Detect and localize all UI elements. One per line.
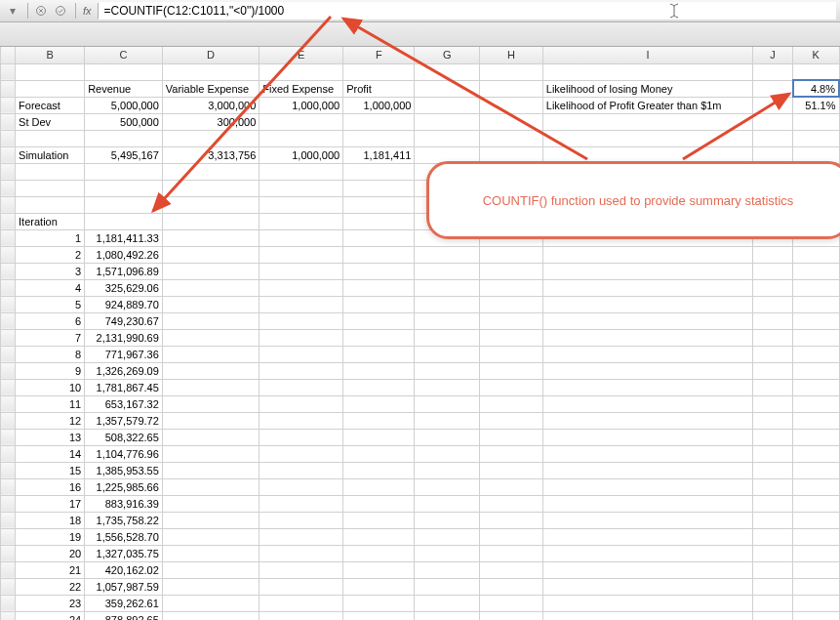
cell[interactable]: 8 xyxy=(16,346,85,362)
col-header[interactable]: K xyxy=(793,47,839,63)
cell[interactable]: 1,181,411 xyxy=(343,146,415,163)
cell[interactable]: Revenue xyxy=(85,80,163,97)
cell[interactable]: 12 xyxy=(16,412,85,429)
cell[interactable]: 325,629.06 xyxy=(85,279,163,296)
cell[interactable]: 51.1% xyxy=(793,97,839,113)
cell[interactable]: 771,967.36 xyxy=(85,346,163,362)
fx-label[interactable]: fx xyxy=(80,3,99,19)
divider xyxy=(75,3,76,19)
col-header[interactable]: D xyxy=(162,47,260,63)
cell[interactable]: 5,495,167 xyxy=(85,146,163,163)
cell[interactable]: Profit xyxy=(343,80,415,97)
iteration-row: 24878,892.65 xyxy=(1,611,840,620)
iteration-row: 151,385,953.55 xyxy=(1,462,840,478)
cell[interactable]: 1,000,000 xyxy=(260,146,343,163)
cell[interactable]: Iteration xyxy=(16,213,85,229)
cell[interactable]: 6 xyxy=(16,312,85,329)
cell[interactable]: 3,313,756 xyxy=(162,146,260,163)
cell[interactable]: 13 xyxy=(16,429,85,445)
cell[interactable]: 4 xyxy=(16,279,85,296)
cell[interactable]: 1,357,579.72 xyxy=(85,412,163,429)
cell[interactable]: 1,000,000 xyxy=(260,97,343,113)
col-header[interactable]: J xyxy=(753,47,793,63)
cell[interactable]: St Dev xyxy=(16,113,85,130)
cell[interactable]: 21 xyxy=(16,561,85,578)
cell[interactable]: 1,571,096.89 xyxy=(85,263,163,279)
iteration-row: 13508,322.65 xyxy=(1,429,840,445)
spreadsheet-grid[interactable]: B C D E F G H I J K Revenue Variable Exp… xyxy=(0,47,840,620)
svg-point-1 xyxy=(57,7,65,16)
cell[interactable]: 7 xyxy=(16,329,85,346)
cell[interactable]: 18 xyxy=(16,512,85,528)
cell[interactable]: Likelihood of losing Money xyxy=(542,80,752,97)
cell[interactable]: Fixed Expense xyxy=(260,80,343,97)
cell[interactable]: 20 xyxy=(16,545,85,561)
cell[interactable]: 749,230.67 xyxy=(85,312,163,329)
cell[interactable]: 19 xyxy=(16,528,85,545)
col-header[interactable]: B xyxy=(16,47,85,63)
col-header[interactable]: I xyxy=(542,47,752,63)
cell[interactable]: 1,080,492.26 xyxy=(85,246,163,263)
cell[interactable]: 878,892.65 xyxy=(85,611,163,620)
cell[interactable]: 420,162.02 xyxy=(85,561,163,578)
cell[interactable]: 500,000 xyxy=(85,113,163,130)
cell[interactable]: 300,000 xyxy=(162,113,260,130)
cell[interactable]: 508,322.65 xyxy=(85,429,163,445)
cell[interactable]: 5 xyxy=(16,296,85,312)
header-row: Revenue Variable Expense Fixed Expense P… xyxy=(1,80,840,97)
dropdown-icon[interactable]: ▾ xyxy=(4,2,21,20)
cell[interactable]: Forecast xyxy=(16,97,85,113)
cell[interactable]: 1,057,987.59 xyxy=(85,578,163,595)
cell[interactable]: 10 xyxy=(16,379,85,395)
col-header[interactable]: H xyxy=(480,47,543,63)
cell[interactable]: 1,556,528.70 xyxy=(85,528,163,545)
cell[interactable]: 1,781,867.45 xyxy=(85,379,163,395)
cell[interactable]: Variable Expense xyxy=(162,80,260,97)
cell[interactable]: 653,167.32 xyxy=(85,395,163,412)
cell[interactable]: 14 xyxy=(16,445,85,462)
cell[interactable]: 1,385,953.55 xyxy=(85,462,163,478)
cell[interactable]: 2,131,990.69 xyxy=(85,329,163,346)
cell[interactable]: Likelihood of Profit Greater than $1m xyxy=(542,97,752,113)
cell[interactable]: 24 xyxy=(16,611,85,620)
iteration-row: 72,131,990.69 xyxy=(1,329,840,346)
cell[interactable]: 1,225,985.66 xyxy=(85,478,163,495)
cell[interactable]: 17 xyxy=(16,495,85,512)
col-header[interactable]: F xyxy=(343,47,415,63)
cell[interactable]: 11 xyxy=(16,395,85,412)
cell[interactable]: 22 xyxy=(16,578,85,595)
confirm-icon[interactable] xyxy=(52,2,69,20)
cell[interactable]: 1,181,411.33 xyxy=(85,229,163,246)
col-header[interactable]: E xyxy=(260,47,343,63)
col-header[interactable]: G xyxy=(415,47,480,63)
cell[interactable]: 883,916.39 xyxy=(85,495,163,512)
cell[interactable]: 15 xyxy=(16,462,85,478)
cell[interactable]: 1,327,035.75 xyxy=(85,545,163,561)
cell[interactable]: 1,326,269.09 xyxy=(85,362,163,379)
cell[interactable]: Simulation xyxy=(16,146,85,163)
cell[interactable]: 9 xyxy=(16,362,85,379)
cell[interactable]: 2 xyxy=(16,246,85,263)
corner-cell[interactable] xyxy=(1,47,16,63)
cell[interactable]: 3 xyxy=(16,263,85,279)
cancel-icon[interactable] xyxy=(32,2,50,20)
iteration-row: 11653,167.32 xyxy=(1,395,840,412)
col-header[interactable]: C xyxy=(85,47,163,63)
stdev-row: St Dev 500,000 300,000 xyxy=(1,113,840,130)
cell[interactable]: 5,000,000 xyxy=(85,97,163,113)
cell[interactable]: 3,000,000 xyxy=(162,97,260,113)
cell[interactable]: 1 xyxy=(16,229,85,246)
iteration-row: 191,556,528.70 xyxy=(1,528,840,545)
cell[interactable]: 16 xyxy=(16,478,85,495)
iteration-row: 8771,967.36 xyxy=(1,346,840,362)
cell[interactable]: 1,000,000 xyxy=(343,97,415,113)
selected-cell[interactable]: 4.8% xyxy=(793,80,839,97)
formula-input[interactable] xyxy=(99,2,836,20)
cell[interactable]: 1,104,776.96 xyxy=(85,445,163,462)
iteration-row: 21420,162.02 xyxy=(1,561,840,578)
cell[interactable]: 924,889.70 xyxy=(85,296,163,312)
cell[interactable]: 23 xyxy=(16,595,85,611)
iteration-row: 121,357,579.72 xyxy=(1,412,840,429)
cell[interactable]: 1,735,758.22 xyxy=(85,512,163,528)
cell[interactable]: 359,262.61 xyxy=(85,595,163,611)
